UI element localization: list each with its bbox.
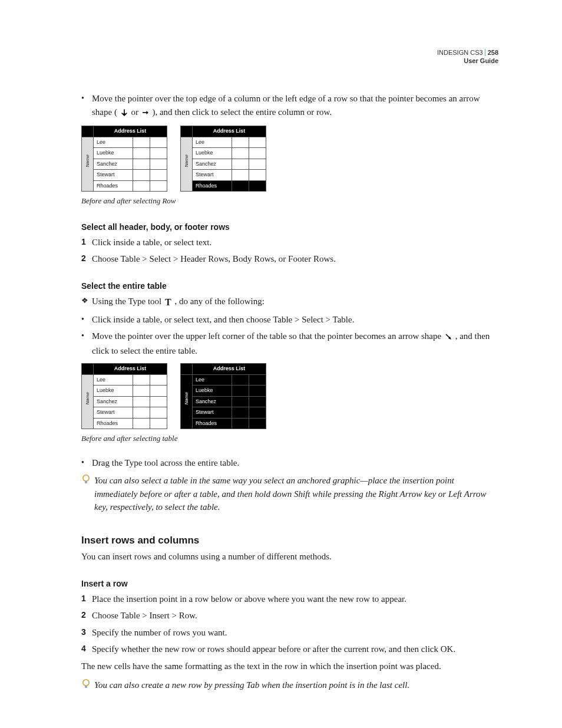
svg-point-2 [83,680,89,686]
after-steps-note: The new cells have the same formatting a… [81,660,498,673]
bullet-select-table-corner: • Move the pointer over the upper left c… [81,330,498,357]
bullet-drag-type-tool: •Drag the Type tool across the entire ta… [81,456,498,470]
tip-tab-new-row: You can also create a new row by pressin… [81,678,498,694]
table-after-row: Address List NameLee Luebke Sanchez Stew… [180,126,266,192]
product-name: INDESIGN CS3 [437,49,483,56]
tip-select-table: You can also select a table in the same … [81,474,498,514]
table-after-all: Address List NameLee Luebke Sanchez Stew… [180,363,266,429]
step-2: 2Choose Table > Select > Header Rows, Bo… [81,252,498,266]
svg-rect-3 [85,686,87,688]
figure-table-selection: Address List NameLee Luebke Sanchez Stew… [81,363,498,429]
insert-step-4: 4Specify whether the new row or rows sho… [81,643,498,656]
bullet-pointer-arrow: • Move the pointer over the top edge of … [81,92,498,120]
insert-step-3: 3Specify the number of rows you want. [81,626,498,640]
page-content: • Move the pointer over the top edge of … [81,92,498,694]
insert-intro: You can insert rows and columns using a … [81,550,498,564]
heading-insert-rows-columns: Insert rows and columns [81,533,498,548]
caption-row: Before and after selecting Row [81,195,498,207]
lightbulb-icon [81,474,94,490]
arrow-right-icon [142,107,149,120]
row-arrow-icon: → [80,128,86,137]
table-before-all: Address List NameLee Luebke Sanchez Stew… [81,363,167,429]
heading-insert-row: Insert a row [81,578,498,590]
page-header: INDESIGN CS3258 User Guide [437,48,498,65]
diagonal-arrow-icon [445,331,452,344]
type-tool-icon: T [165,295,171,309]
caption-table: Before and after selecting table [81,433,498,444]
heading-select-entire-table: Select the entire table [81,280,498,292]
svg-rect-1 [85,481,87,483]
arrow-down-icon [121,107,128,120]
insert-step-1: 1Place the insertion point in a row belo… [81,592,498,606]
heading-select-header-rows: Select all header, body, or footer rows [81,221,498,233]
figure-row-selection: → Address List NameLee Luebke Sanchez St… [81,126,498,192]
corner-arrow-icon [82,364,88,373]
lead-type-tool: ❖ Using the Type tool T , do any of the … [81,295,498,309]
insert-step-2: 2Choose Table > Insert > Row. [81,609,498,622]
bullet-select-table-menu: •Click inside a table, or select text, a… [81,313,498,327]
step-1: 1Click inside a table, or select text. [81,236,498,249]
user-guide-label: User Guide [464,57,498,64]
svg-point-0 [83,475,89,481]
lightbulb-icon [81,678,94,694]
page-number: 258 [485,49,498,56]
table-before-row: Address List NameLee Luebke Sanchez Stew… [81,126,167,192]
